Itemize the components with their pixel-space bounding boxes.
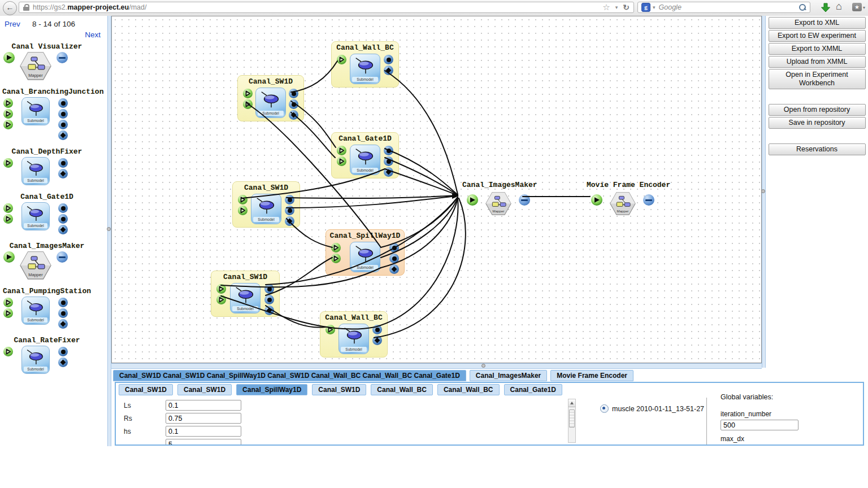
output-port-icon[interactable] — [384, 167, 393, 177]
action-button[interactable]: Open in Experiment Workbench — [769, 69, 866, 89]
splitter-handle[interactable] — [107, 227, 111, 231]
start-port-icon[interactable] — [591, 194, 602, 206]
canvas-node[interactable]: Canal_ImagesMakerMapper — [462, 179, 537, 215]
sidebar-splitter[interactable] — [107, 16, 111, 446]
scroll-up-icon[interactable] — [568, 399, 575, 407]
remove-port-icon[interactable] — [643, 194, 654, 206]
back-button[interactable]: ← — [3, 1, 17, 15]
submodel-tab[interactable]: Canal_SW1D — [177, 384, 232, 395]
palette-item[interactable]: Canal_DepthFixerSubmodel — [2, 147, 107, 185]
input-port-icon[interactable] — [238, 195, 248, 204]
bookmarks-caret-icon[interactable]: ▾ — [863, 5, 865, 10]
action-button[interactable]: Export to EW experiment — [769, 30, 866, 42]
input-port-icon[interactable] — [337, 55, 346, 64]
output-port-icon[interactable] — [264, 306, 274, 315]
output-port-icon[interactable] — [289, 110, 298, 120]
canvas-node[interactable]: Canal_SW1DSubmodel — [211, 271, 280, 317]
canvas-bottom-splitter[interactable] — [111, 363, 762, 369]
output-port-icon[interactable] — [384, 55, 393, 64]
url-dropdown-icon[interactable]: ▾ — [615, 5, 618, 10]
remove-port-icon[interactable] — [519, 194, 530, 206]
splitter-handle[interactable] — [761, 189, 765, 193]
canvas-node[interactable]: Canal_SW1DSubmodel — [232, 181, 300, 228]
output-port-icon[interactable] — [372, 336, 382, 345]
downloads-icon[interactable] — [821, 3, 831, 13]
output-port-icon[interactable] — [384, 146, 393, 155]
output-port-icon[interactable] — [285, 216, 294, 226]
canvas-node[interactable]: Canal_SpillWay1DSubmodel — [326, 229, 405, 276]
palette-item[interactable]: Canal_BranchingJunctionSubmodel — [2, 88, 107, 140]
action-button[interactable]: Upload from XMML — [769, 56, 866, 68]
radio-selected-icon[interactable] — [600, 404, 609, 413]
scroll-thumb[interactable] — [569, 409, 575, 428]
param-input[interactable] — [166, 400, 241, 411]
submodel-tab[interactable]: Canal_SW1D — [312, 384, 366, 395]
canvas-node[interactable]: Canal_Wall_BCSubmodel — [320, 311, 388, 358]
search-bar[interactable]: g ▾ — [637, 2, 810, 13]
input-port-icon[interactable] — [337, 146, 346, 155]
search-icon[interactable] — [798, 3, 806, 11]
input-port-icon[interactable] — [243, 99, 253, 109]
output-port-icon[interactable] — [389, 254, 399, 263]
iteration-number-input[interactable] — [721, 420, 798, 430]
output-port-icon[interactable] — [384, 66, 393, 75]
input-port-icon[interactable] — [337, 156, 346, 166]
action-button[interactable]: Export to XML — [769, 17, 866, 29]
canvas-node[interactable]: Movie Frame EncoderMapper — [587, 179, 670, 215]
model-group-tab[interactable]: Canal_SW1D Canal_SW1D Canal_SpillWay1D C… — [113, 370, 466, 381]
input-port-icon[interactable] — [331, 254, 341, 263]
action-button[interactable]: Reservations — [769, 143, 866, 155]
bookmark-star-icon[interactable]: ☆ — [602, 3, 610, 11]
max-dx-input[interactable] — [721, 445, 798, 446]
canvas-node[interactable]: Canal_Wall_BCSubmodel — [331, 41, 399, 88]
reload-icon[interactable]: ↻ — [623, 3, 630, 12]
output-port-icon[interactable] — [264, 284, 274, 294]
submodel-tab[interactable]: Canal_Wall_BC — [371, 384, 433, 395]
model-group-tab[interactable]: Canal_ImagesMaker — [470, 370, 547, 381]
search-input[interactable] — [658, 3, 796, 12]
palette-item[interactable]: Canal_ImagesMakerMapper — [2, 242, 107, 280]
canvas-node[interactable]: Canal_SW1DSubmodel — [237, 75, 304, 121]
param-input[interactable] — [166, 426, 241, 437]
input-port-icon[interactable] — [216, 284, 226, 294]
model-group-tab[interactable]: Movie Frame Encoder — [550, 370, 633, 381]
submodel-tab[interactable]: Canal_SpillWay1D — [236, 384, 307, 395]
output-port-icon[interactable] — [389, 243, 399, 252]
input-port-icon[interactable] — [331, 243, 341, 252]
submodel-tab[interactable]: Canal_Gate1D — [504, 384, 562, 395]
bookmarks-menu-icon[interactable]: ★ — [852, 3, 862, 11]
output-port-icon[interactable] — [289, 89, 298, 98]
input-port-icon[interactable] — [243, 89, 253, 98]
output-port-icon[interactable] — [289, 99, 298, 109]
param-input[interactable] — [166, 439, 241, 446]
splitter-handle[interactable] — [481, 364, 485, 368]
palette-item[interactable]: Canal_PumpingStationSubmodel — [2, 287, 107, 329]
input-port-icon[interactable] — [326, 325, 335, 334]
action-button[interactable]: Open from repository — [769, 104, 866, 116]
output-port-icon[interactable] — [264, 295, 274, 304]
palette-item[interactable]: Canal VisualizerMapper — [2, 42, 107, 80]
submodel-tab[interactable]: Canal_SW1D — [119, 384, 173, 395]
input-port-icon[interactable] — [216, 295, 226, 304]
output-port-icon[interactable] — [372, 325, 382, 334]
output-port-icon[interactable] — [384, 156, 393, 166]
action-button[interactable]: Save in repository — [769, 117, 866, 129]
action-button[interactable]: Export to XMML — [769, 43, 866, 55]
output-port-icon[interactable] — [285, 195, 294, 204]
param-input[interactable] — [166, 413, 241, 424]
instance-radio-row[interactable]: muscle 2010-01-11_13-51-27 — [600, 404, 706, 413]
palette-item[interactable]: Canal_Gate1DSubmodel — [2, 193, 107, 234]
output-port-icon[interactable] — [285, 206, 294, 215]
output-port-icon[interactable] — [389, 264, 399, 274]
search-engine-dropdown-icon[interactable]: ▾ — [653, 5, 656, 10]
input-port-icon[interactable] — [238, 206, 248, 215]
canvas-right-splitter[interactable] — [762, 16, 766, 368]
palette-item[interactable]: Canal_RateFixerSubmodel — [2, 336, 107, 374]
start-port-icon[interactable] — [467, 194, 478, 206]
param-scrollbar[interactable] — [568, 399, 576, 443]
url-bar[interactable]: https://gs2.mapper-project.eu/mad/ ☆ ▾ ↻ — [19, 2, 634, 13]
search-engine-icon[interactable]: g — [641, 3, 650, 12]
home-icon[interactable]: ⌂ — [836, 1, 842, 12]
canvas-node[interactable]: Canal_Gate1DSubmodel — [331, 132, 399, 178]
pagination-next-link[interactable]: Next — [85, 30, 101, 39]
